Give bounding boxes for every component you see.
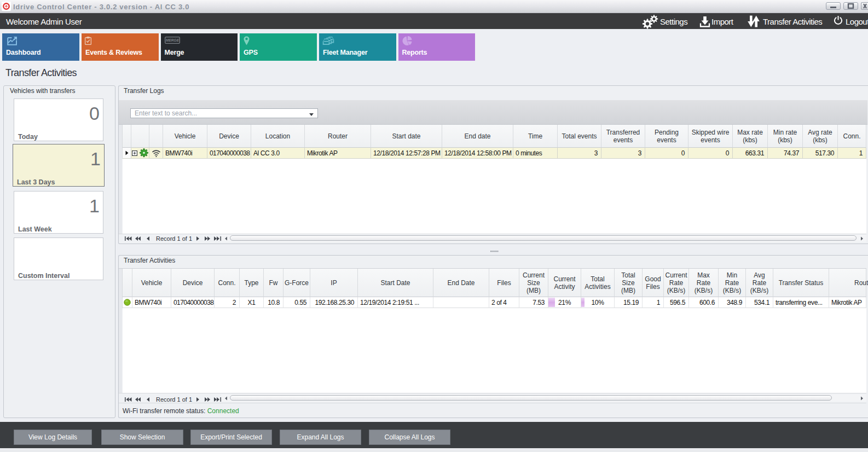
svg-text:MERGE: MERGE [165,38,179,42]
